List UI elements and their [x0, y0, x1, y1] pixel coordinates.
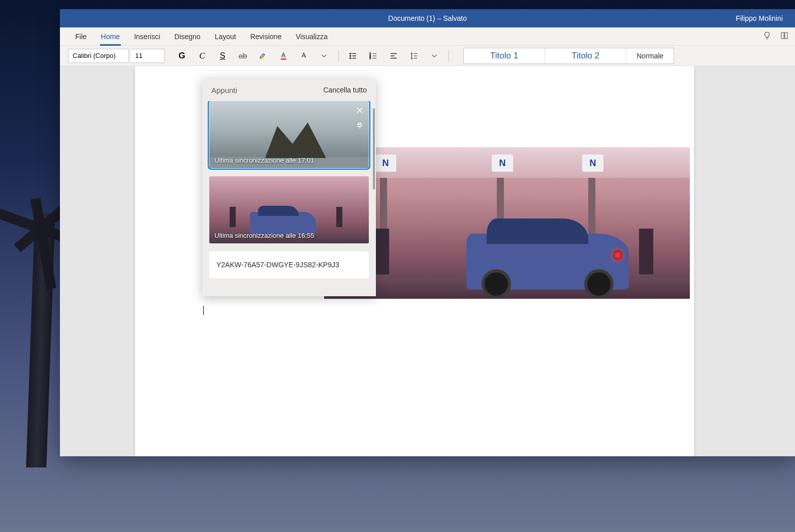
- pin-icon[interactable]: [354, 119, 366, 132]
- font-name-input[interactable]: [68, 49, 129, 63]
- numbered-list-button[interactable]: 123: [364, 47, 383, 65]
- font-size-input[interactable]: [131, 49, 165, 63]
- inserted-image[interactable]: NNN: [324, 147, 690, 299]
- more-paragraph-options[interactable]: [425, 47, 443, 65]
- svg-text:3: 3: [370, 57, 371, 59]
- styles-gallery: Titolo 1 Titolo 2 Normale: [463, 48, 674, 64]
- word-app-window: Documento (1) – Salvato Filippo Molinini…: [60, 9, 795, 456]
- document-area[interactable]: NNN: [60, 66, 795, 456]
- clipboard-item-2[interactable]: Ultima sincronizzazione alle 16:55: [209, 176, 369, 243]
- svg-point-2: [350, 53, 351, 54]
- tab-inserisci[interactable]: Inserisci: [127, 27, 167, 46]
- close-icon[interactable]: [354, 104, 366, 116]
- user-name[interactable]: Filippo Molinini: [736, 14, 783, 22]
- tab-layout[interactable]: Layout: [208, 27, 243, 46]
- style-normale[interactable]: Normale: [626, 48, 674, 64]
- font-color-button[interactable]: [274, 47, 293, 65]
- tab-file[interactable]: File: [68, 27, 94, 46]
- wallpaper-windmill: [0, 132, 61, 457]
- clipboard-item-3[interactable]: Y2AKW-76A57-DWGYE-9JS82-KP9J3: [209, 252, 369, 278]
- lightbulb-icon[interactable]: [762, 31, 772, 42]
- style-titolo-2[interactable]: Titolo 2: [545, 48, 626, 64]
- svg-point-3: [350, 55, 351, 56]
- document-title: Documento (1) – Salvato: [388, 14, 467, 22]
- tab-disegno[interactable]: Disegno: [167, 27, 207, 46]
- bullet-list-button[interactable]: [344, 47, 362, 65]
- more-font-options[interactable]: [315, 47, 333, 65]
- clipboard-history-panel: Appunti Cancella tutto Ultima sincronizz…: [202, 79, 376, 296]
- line-spacing-button[interactable]: [405, 47, 423, 65]
- reading-view-icon[interactable]: [780, 31, 789, 42]
- strikethrough-button[interactable]: ab: [234, 47, 252, 65]
- clear-formatting-button[interactable]: [295, 47, 313, 65]
- underline-button[interactable]: S: [213, 47, 232, 65]
- tab-home[interactable]: Home: [94, 27, 127, 46]
- clipboard-text-content: Y2AKW-76A57-DWGYE-9JS82-KP9J3: [216, 261, 339, 269]
- clipboard-item-caption: Ultima sincronizzazione alle 17:01: [214, 157, 314, 164]
- highlight-button[interactable]: [254, 47, 272, 65]
- svg-rect-0: [260, 58, 265, 59]
- clipboard-item-caption: Ultima sincronizzazione alle 16:55: [214, 232, 314, 239]
- svg-point-4: [350, 57, 351, 58]
- ribbon-tabs: File Home Inserisci Disegno Layout Revis…: [60, 27, 795, 46]
- clipboard-clear-all[interactable]: Cancella tutto: [323, 86, 367, 94]
- clipboard-title: Appunti: [211, 86, 237, 95]
- style-titolo-1[interactable]: Titolo 1: [464, 48, 545, 64]
- clipboard-item-1[interactable]: Ultima sincronizzazione alle 17:01: [209, 101, 369, 168]
- italic-button[interactable]: C: [193, 47, 211, 65]
- tab-visualizza[interactable]: Visualizza: [289, 27, 335, 46]
- bold-button[interactable]: G: [173, 47, 191, 65]
- titlebar: Documento (1) – Salvato Filippo Molinini: [60, 9, 795, 27]
- toolbar: G C S ab 123 Titolo 1 Titolo 2 Normale: [60, 46, 795, 66]
- align-button[interactable]: [385, 47, 403, 65]
- clipboard-scrollbar[interactable]: [373, 108, 375, 190]
- tab-revisione[interactable]: Revisione: [243, 27, 289, 46]
- svg-rect-1: [281, 58, 287, 59]
- text-cursor: [203, 306, 204, 315]
